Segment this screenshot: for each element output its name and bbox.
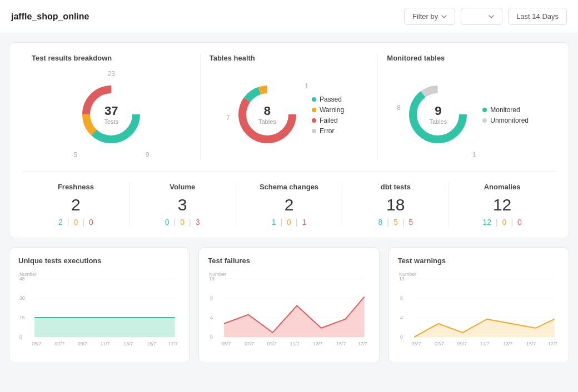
legend-monitored: Monitored (482, 106, 529, 114)
svg-text:8: 8 (400, 295, 403, 301)
svg-text:07/7: 07/7 (245, 341, 254, 346)
svg-text:15: 15 (19, 315, 25, 320)
tables-health-panel: Tables health 8 Tables (201, 54, 378, 160)
volume-breakdown: 0 | 0 | 3 (165, 218, 200, 227)
test-results-donut: 23 37 Tests 5 (78, 81, 144, 148)
metrics-section: Freshness 2 2 | 0 | 0 Volume 3 0 | 0 | (23, 172, 555, 227)
svg-text:30: 30 (19, 295, 25, 301)
svg-text:09/7: 09/7 (78, 341, 87, 346)
volume-value: 3 (178, 195, 187, 214)
svg-text:05/7: 05/7 (32, 341, 41, 346)
freshness-green: 2 (58, 218, 63, 227)
svg-text:09/7: 09/7 (457, 341, 466, 346)
chart-warnings: Test warnings Number 13 8 4 0 (388, 247, 569, 363)
svg-text:48: 48 (19, 276, 25, 282)
svg-text:07/7: 07/7 (435, 341, 444, 346)
legend-monitored-label: Monitored (490, 106, 520, 114)
monitored-legend: Monitored Unmonitored (482, 106, 529, 124)
volume-red: 3 (196, 218, 200, 227)
chart-failures-title: Test failures (208, 257, 370, 265)
test-sub: Tests (104, 118, 118, 125)
main-content: Test results breakdown 23 (0, 33, 578, 372)
date-range-button[interactable]: Last 14 Days (508, 8, 567, 25)
svg-text:07/7: 07/7 (55, 341, 64, 346)
schema-value: 2 (285, 195, 294, 214)
chart-failures-area: Number 13 8 4 0 05/7 07/7 09/7 (208, 270, 370, 354)
freshness-title: Freshness (58, 183, 94, 191)
app-title: jaffle_shop_online (11, 12, 89, 22)
freshness-breakdown: 2 | 0 | 0 (58, 218, 93, 227)
chart-warnings-title: Test warnings (398, 257, 560, 265)
dbt-title: dbt tests (381, 183, 411, 191)
chevron-down-icon2 (489, 15, 494, 18)
svg-text:8: 8 (210, 295, 213, 301)
legend-warning: Warning (312, 106, 344, 114)
legend-passed-label: Passed (320, 96, 342, 103)
monitored-tables-panel: Monitored tables 9 Tables 8 (378, 54, 555, 160)
anomalies-green: 12 (482, 218, 491, 227)
monitored-donut: 9 Tables 8 1 (405, 81, 471, 148)
test-results-title: Test results breakdown (32, 54, 112, 62)
filter-by-button[interactable]: Filter by (404, 8, 455, 25)
tables-health-center: 8 Tables (258, 104, 276, 125)
monitored-dot (482, 108, 487, 112)
tables-sub: Tables (258, 118, 276, 125)
schema-red: 1 (302, 218, 307, 227)
failed-dot (312, 118, 316, 123)
svg-text:15/7: 15/7 (526, 341, 536, 346)
svg-text:11/7: 11/7 (480, 341, 489, 346)
test-results-row: 23 37 Tests 5 (32, 70, 191, 160)
chart-unique-tests: Unique tests executions Number 48 30 15 … (9, 247, 190, 363)
test-num-bl: 5 (73, 151, 77, 159)
svg-marker-34 (224, 296, 364, 337)
monitored-total: 9 (429, 104, 447, 118)
tables-total: 8 (258, 104, 276, 118)
svg-text:4: 4 (400, 315, 403, 320)
svg-text:4: 4 (210, 315, 213, 320)
anomalies-red: 0 (517, 218, 522, 227)
monitored-sub: Tables (429, 118, 447, 125)
chart-warnings-area: Number 13 8 4 0 05/7 07/7 09/7 (398, 270, 560, 354)
legend-failed: Failed (312, 117, 344, 124)
dbt-orange: 5 (393, 218, 398, 227)
svg-text:0: 0 (210, 334, 213, 340)
legend-warning-label: Warning (320, 106, 344, 114)
svg-text:17/7: 17/7 (358, 341, 367, 346)
svg-text:13/7: 13/7 (313, 341, 323, 346)
legend-unmonitored-label: Unmonitored (490, 117, 529, 124)
legend-error-label: Error (320, 127, 335, 135)
svg-text:17/7: 17/7 (168, 341, 178, 346)
app-header: jaffle_shop_online Filter by Last 14 Day… (0, 0, 578, 33)
test-num-br: 9 (146, 151, 150, 159)
unmonitored-dot (482, 118, 487, 123)
svg-text:05/7: 05/7 (222, 341, 231, 346)
svg-text:15/7: 15/7 (336, 341, 346, 346)
tables-num-left: 7 (226, 114, 230, 122)
svg-marker-17 (34, 318, 175, 337)
freshness-orange: 0 (74, 218, 78, 227)
tables-health-legend: Passed Warning Failed Error (312, 96, 344, 135)
dbt-panel: dbt tests 18 8 | 5 | 5 (342, 183, 449, 227)
chevron-down-icon (441, 15, 447, 18)
test-results-center: 37 Tests (104, 104, 118, 125)
svg-text:13/7: 13/7 (123, 341, 133, 346)
anomalies-breakdown: 12 | 0 | 0 (482, 218, 521, 227)
monitored-title: Monitored tables (387, 54, 445, 62)
passed-dot (312, 97, 316, 102)
schema-green: 1 (272, 218, 276, 227)
schema-title: Schema changes (260, 183, 318, 191)
legend-unmonitored: Unmonitored (482, 117, 529, 124)
schema-breakdown: 1 | 0 | 1 (272, 218, 307, 227)
chart-unique-area: Number 48 30 15 0 05/7 (18, 270, 180, 354)
extra-filter-button[interactable] (461, 8, 502, 25)
dbt-green: 8 (378, 218, 382, 227)
svg-text:05/7: 05/7 (411, 341, 421, 346)
legend-failed-label: Failed (320, 117, 338, 124)
tables-num-tr: 1 (305, 82, 308, 90)
svg-text:0: 0 (19, 334, 22, 340)
anomalies-orange: 0 (502, 218, 507, 227)
charts-row: Unique tests executions Number 48 30 15 … (9, 247, 569, 363)
svg-text:11/7: 11/7 (101, 341, 110, 346)
chart-unique-title: Unique tests executions (18, 257, 180, 265)
error-dot (312, 129, 316, 133)
